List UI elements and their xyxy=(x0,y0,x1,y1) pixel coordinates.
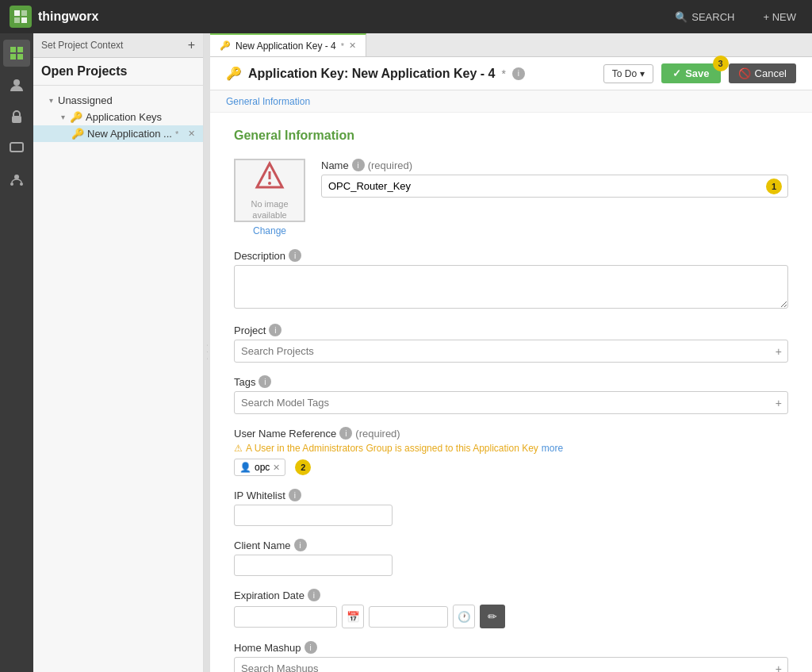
clear-date-button[interactable]: ✏ xyxy=(480,605,505,628)
description-input[interactable] xyxy=(234,265,788,309)
svg-rect-9 xyxy=(12,116,21,123)
sidebar-item-label: Unassigned xyxy=(58,94,113,106)
save-button[interactable]: ✓ Save xyxy=(661,63,720,83)
nav-lock-button[interactable] xyxy=(3,103,30,130)
svg-rect-4 xyxy=(10,47,16,52)
add-mashup-icon[interactable]: + xyxy=(776,662,782,673)
name-badge: 1 xyxy=(766,179,782,194)
name-field-area: Name i (required) 1 xyxy=(321,159,788,198)
user-name-group: User Name Reference i (required) ⚠ A Use… xyxy=(234,427,788,476)
client-info-icon[interactable]: i xyxy=(294,539,307,551)
user-name-label: User Name Reference i (required) xyxy=(234,427,788,440)
tab-bar: 🔑 New Application Key - 4 * ✕ xyxy=(210,33,812,57)
close-icon[interactable]: ✕ xyxy=(188,129,195,139)
user-tag: 👤 opc ✕ xyxy=(234,459,285,476)
image-upload-area: No image available Change xyxy=(234,159,305,236)
svg-rect-0 xyxy=(14,10,20,16)
remove-user-tag-button[interactable]: ✕ xyxy=(273,463,280,473)
eraser-icon: ✏ xyxy=(488,610,497,623)
expiration-group: Expiration Date i 📅 🕐 ✏ xyxy=(234,589,788,628)
tags-info-icon[interactable]: i xyxy=(259,375,271,388)
add-tag-icon[interactable]: + xyxy=(776,397,782,409)
project-search-input[interactable] xyxy=(234,340,788,363)
svg-rect-3 xyxy=(21,17,27,23)
logo-icon xyxy=(10,6,32,28)
calendar-icon: 📅 xyxy=(347,611,360,623)
check-icon: ✓ xyxy=(672,67,681,79)
client-name-input[interactable] xyxy=(234,555,393,576)
desc-info-icon[interactable]: i xyxy=(289,249,301,262)
add-project-icon[interactable]: + xyxy=(776,345,782,358)
project-info-icon[interactable]: i xyxy=(269,324,282,336)
sidebar-context-label: Set Project Context xyxy=(41,40,123,51)
name-input-wrap: 1 xyxy=(321,175,788,198)
name-input[interactable] xyxy=(321,175,788,198)
sidebar-item-new-app[interactable]: 🔑 New Application ... * ✕ xyxy=(33,125,203,142)
project-search-wrap: + xyxy=(234,340,788,363)
sidebar-add-button[interactable]: + xyxy=(188,38,195,52)
date-input[interactable] xyxy=(234,606,337,628)
description-group: Description i xyxy=(234,249,788,311)
name-label: Name i (required) xyxy=(321,159,788,171)
svg-point-11 xyxy=(14,175,19,179)
todo-button[interactable]: To Do ▾ xyxy=(603,64,653,83)
expiration-info-icon[interactable]: i xyxy=(308,589,320,601)
ip-label: IP Whitelist i xyxy=(234,489,788,501)
sidebar-item-label: New Application ... xyxy=(87,128,172,140)
breadcrumb: General Information xyxy=(210,90,812,113)
page-header: 🔑 Application Key: New Application Key -… xyxy=(210,57,812,90)
cancel-icon: 🚫 xyxy=(738,67,751,79)
tab-new-app-key[interactable]: 🔑 New Application Key - 4 * ✕ xyxy=(210,33,366,56)
change-image-link[interactable]: Change xyxy=(234,225,305,236)
nav-projects-button[interactable] xyxy=(3,40,30,67)
key-icon: 🔑 xyxy=(220,40,231,51)
clock-button[interactable]: 🕐 xyxy=(453,605,475,628)
tags-search-wrap: + xyxy=(234,391,788,414)
ip-whitelist-group: IP Whitelist i xyxy=(234,489,788,526)
mashup-search-wrap: + xyxy=(234,657,788,672)
name-info-icon[interactable]: i xyxy=(352,159,365,171)
page-title-area: 🔑 Application Key: New Application Key -… xyxy=(226,66,596,81)
sidebar-context-header: Set Project Context + xyxy=(33,33,203,58)
user-warning: ⚠ A User in the Administrators Group is … xyxy=(234,443,788,454)
image-box: No image available xyxy=(234,159,305,222)
tags-group: Tags i + xyxy=(234,375,788,414)
key-icon: 🔑 xyxy=(226,66,242,81)
nav-users-button[interactable] xyxy=(3,71,30,98)
svg-rect-2 xyxy=(14,17,20,23)
time-input[interactable] xyxy=(369,606,448,628)
search-button[interactable]: 🔍 SEARCH xyxy=(668,8,741,26)
info-icon[interactable]: i xyxy=(512,67,525,80)
todo-label: To Do xyxy=(612,68,637,79)
sidebar-item-unassigned[interactable]: ▾ Unassigned xyxy=(33,92,203,109)
breadcrumb-link[interactable]: General Information xyxy=(226,96,310,107)
clock-icon: 🕐 xyxy=(458,611,471,623)
sidebar-title: Open Projects xyxy=(33,58,203,86)
user-badge: 2 xyxy=(295,459,311,475)
user-warning-more-link[interactable]: more xyxy=(542,443,563,454)
logo-text: thingworx xyxy=(38,10,98,24)
close-icon[interactable]: ✕ xyxy=(349,40,356,51)
mashup-search-input[interactable] xyxy=(234,657,788,672)
calendar-button[interactable]: 📅 xyxy=(342,605,364,628)
new-button[interactable]: + NEW xyxy=(756,8,802,26)
description-label: Description i xyxy=(234,249,788,262)
key-icon: 🔑 xyxy=(70,111,82,123)
project-label: Project i xyxy=(234,324,788,336)
item-modified-indicator: * xyxy=(175,129,178,139)
svg-point-8 xyxy=(13,79,20,86)
tags-search-input[interactable] xyxy=(234,391,788,414)
ip-info-icon[interactable]: i xyxy=(289,489,301,501)
user-tag-name: opc xyxy=(255,462,270,473)
cancel-button[interactable]: 🚫 Cancel xyxy=(729,63,796,83)
ip-input[interactable] xyxy=(234,505,393,526)
sidebar-resizer[interactable]: · · · xyxy=(204,33,210,672)
nav-monitor-button[interactable] xyxy=(3,135,30,162)
sidebar-item-app-keys[interactable]: ▾ 🔑 Application Keys xyxy=(33,109,203,125)
nav-admin-button[interactable] xyxy=(3,167,30,194)
user-info-icon[interactable]: i xyxy=(339,427,352,440)
form-content: General Information No image available xyxy=(210,113,812,672)
sidebar-tree: ▾ Unassigned ▾ 🔑 Application Keys 🔑 New … xyxy=(33,86,203,672)
cancel-label: Cancel xyxy=(755,67,787,79)
mashup-info-icon[interactable]: i xyxy=(304,641,317,654)
